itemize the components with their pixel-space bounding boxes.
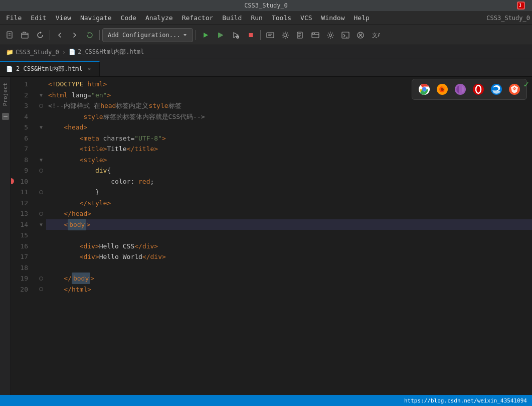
sync-button[interactable] [33,28,47,42]
line-number-14: 14 [11,219,31,230]
new-file-button[interactable] [3,28,17,42]
gutter-19 [36,273,46,284]
translate-button[interactable]: 文A [369,28,383,42]
menu-help[interactable]: Help [350,13,374,23]
run-with-coverage-button[interactable]: % [229,28,243,42]
stop-button[interactable] [244,28,258,42]
run-button[interactable] [199,28,213,42]
menu-bar: File Edit View Navigate Code Analyze Ref… [0,11,532,25]
fold-dot-19 [39,277,43,281]
gutter-17 [36,251,46,262]
revert-button[interactable] [83,28,97,42]
line-number-10: 10 [11,176,31,187]
menu-navigate[interactable]: Navigate [76,13,116,23]
breadcrumb-project[interactable]: 📁 CSS3_Study_0 [6,49,59,56]
menu-analyze[interactable]: Analyze [141,13,177,23]
code-line-9: div{ [46,165,532,176]
code-line-16: <div>Hello CSS</div> [46,241,532,252]
menu-vcs[interactable]: VCS [296,13,316,23]
code-line-18 [46,262,532,274]
fold-icon-8[interactable]: ▼ [40,157,43,163]
line-number-16: 16 [11,241,31,252]
preview-button[interactable] [308,28,322,42]
cancel-button[interactable] [353,28,368,42]
menu-refactor[interactable]: Refactor [178,13,218,23]
breadcrumb-file[interactable]: 📄 2_CSS&Html内部.html [69,48,144,56]
tab-html-file[interactable]: 📄 2_CSS&Html内部.html × [0,61,100,76]
line-number-3: 3 [11,100,31,111]
chrome-icon[interactable] [417,82,431,96]
menu-window[interactable]: Window [317,13,349,23]
fold-dot-9 [39,169,43,173]
breadcrumb: 📁 CSS3_Study_0 › 📄 2_CSS&Html内部.html [0,45,532,59]
line-number-17: 17 [11,251,31,262]
forward-button[interactable] [68,28,82,42]
toolbar-separator-1 [50,30,50,40]
svg-point-19 [312,33,313,34]
svg-text:J: J [519,4,521,8]
project-label[interactable]: Project [2,81,9,108]
line-number-18: 18 [11,262,31,274]
code-with-gutter: ▼ ▼ ▼ [36,77,532,395]
gutter-13 [36,208,46,219]
menu-run[interactable]: Run [247,13,266,23]
line-number-4: 4 [11,111,31,122]
line-number-5: 5 [11,122,31,133]
status-bar: https://blog.csdn.net/weixin_43541094 [0,395,532,406]
svg-point-21 [329,34,331,36]
gutter-3 [36,100,46,111]
gutter-15 [36,230,46,241]
svg-rect-22 [342,32,349,38]
toolbar-separator-2 [99,30,100,40]
svg-point-30 [423,88,426,91]
line-number-1: 1 [11,79,31,90]
brave-icon[interactable] [507,82,521,96]
code-line-15 [46,230,532,241]
code-line-5: <head> [46,122,532,133]
code-line-7: <title>Title</title> [46,144,532,155]
svg-text:%: % [237,36,238,39]
tab-label: 2_CSS&Html内部.html [16,65,82,73]
gutter-2: ▼ [36,90,46,101]
menu-code[interactable]: Code [117,13,140,23]
gutter: ▼ ▼ ▼ [36,77,46,395]
fold-icon-14[interactable]: ▼ [40,222,43,227]
menu-file[interactable]: File [2,13,26,23]
menu-tools[interactable]: Tools [268,13,295,23]
code-line-14: <body> [46,219,532,230]
breadcrumb-separator-1: › [62,49,66,56]
edge-icon[interactable] [489,82,503,96]
menu-build[interactable]: Build [218,13,246,23]
line-number-6: 6 [11,133,31,144]
open-terminal-button[interactable] [338,28,352,42]
firefox-icon[interactable] [435,82,449,96]
fold-icon-2[interactable]: ▼ [40,92,43,98]
menu-edit[interactable]: Edit [27,13,50,23]
gutter-14: ▼ [36,219,46,230]
sidebar-toggle[interactable] [2,113,9,120]
tools-button[interactable] [278,28,292,42]
settings-button[interactable] [323,28,337,42]
build-button[interactable] [263,28,277,42]
line-number-15: 15 [11,230,31,241]
line-number-13: 13 [11,208,31,219]
tab-close-button[interactable]: × [85,65,93,73]
open-file-button[interactable] [18,28,32,42]
back-button[interactable] [53,28,67,42]
menu-view[interactable]: View [52,13,75,23]
fold-icon-5[interactable]: ▼ [40,124,43,130]
status-url: https://blog.csdn.net/weixin_43541094 [404,397,527,404]
toolbar-separator-4 [260,30,261,40]
line-number-8: 8 [11,155,31,166]
code-line-6: <meta charset="UTF-8"> [46,133,532,144]
line-number-9: 9 [11,165,31,176]
project-sidebar[interactable]: Project [0,77,11,395]
opera-gx-icon[interactable] [453,82,467,96]
add-configuration-button[interactable]: Add Configuration... [102,28,193,42]
code-content[interactable]: <!DOCTYPE html> <html lang="en"> <!--内部样… [46,77,532,395]
opera-icon[interactable] [471,82,485,96]
line-number-12: 12 [11,198,31,209]
fold-dot-20 [39,287,43,291]
search-button[interactable] [293,28,307,42]
debug-button[interactable] [214,28,228,42]
